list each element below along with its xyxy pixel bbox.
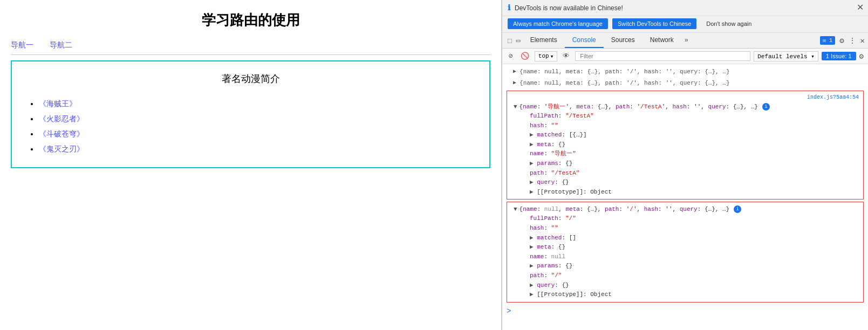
section1-toggle[interactable]: ▼ {name: '导航一', meta: {…}, path: '/TestA… (507, 101, 863, 112)
devtools-buttons-row: Always match Chrome's language Switch De… (502, 16, 868, 33)
console-prompt[interactable]: > (502, 305, 868, 318)
section1-link: index.js?5aa4:54 (807, 94, 859, 100)
section1-header-text: {name: '导航一', meta: {…}, path: '/TestA',… (520, 102, 758, 111)
chevron-down-icon: ▾ (550, 53, 554, 60)
list-item: 《海贼王》 (39, 96, 479, 111)
filter-input[interactable] (575, 51, 750, 61)
console-line-1[interactable]: ▶ {name: null, meta: {…}, path: '/', has… (502, 66, 868, 78)
log-filter-icon[interactable]: 🚫 (518, 51, 531, 61)
section2-params-toggle[interactable]: ▶ params: {} (507, 262, 863, 271)
arrow-icon: ▶ (513, 79, 516, 87)
anime-link-4[interactable]: 《鬼灭之刃》 (39, 145, 84, 153)
arrow-icon: ▶ (513, 67, 516, 75)
context-selector[interactable]: top ▾ (535, 51, 557, 61)
section2-path: path: "/" (507, 271, 863, 281)
info-badge-2: i (734, 205, 741, 213)
section1-matched-toggle[interactable]: ▶ matched: [{…}] (507, 130, 863, 140)
tab-elements[interactable]: Elements (523, 33, 565, 48)
section1-name: name: "导航一" (507, 149, 863, 159)
section2-hash: hash: "" (507, 224, 863, 233)
switch-chinese-button[interactable]: Switch DevTools to Chinese (612, 18, 696, 29)
info-icon: ℹ (508, 3, 510, 12)
devtools-tabs: ⬚ ▭ Elements Console Sources Network » ✉… (502, 33, 868, 49)
section1-params-toggle[interactable]: ▶ params: {} (507, 159, 863, 169)
console-section-red-2: ▼ {name: null, meta: {…}, path: '/', has… (507, 202, 864, 302)
section1-meta-toggle[interactable]: ▶ meta: {} (507, 140, 863, 150)
nav-links: 导航一 导航二 (11, 40, 490, 55)
menu-icon[interactable]: ⋮ (849, 36, 856, 45)
nav-link-1[interactable]: 导航一 (11, 40, 33, 50)
section1-path: path: "/TestA" (507, 169, 863, 178)
page-title: 学习路由的使用 (11, 11, 490, 30)
settings-icon[interactable]: ⚙ (839, 36, 844, 45)
section2-query-toggle[interactable]: ▶ query: {} (507, 281, 863, 291)
device-icon[interactable]: ▭ (514, 35, 523, 46)
section2-header-text: {name: null, meta: {…}, path: '/', hash:… (520, 206, 730, 212)
section2-name: name: null (507, 252, 863, 262)
dont-show-button[interactable]: Don't show again (701, 18, 757, 29)
clear-console-icon[interactable]: ⊘ (507, 51, 515, 61)
anime-link-3[interactable]: 《斗破苍穹》 (39, 129, 84, 138)
badge-icon[interactable]: ✉ 1 (820, 36, 835, 45)
section1-fullpath: fullPath: "/TestA" (507, 112, 863, 121)
tab-sources[interactable]: Sources (604, 33, 643, 48)
console-text-1: {name: null, meta: {…}, path: '/', hash:… (520, 67, 864, 77)
close-devtools-icon[interactable]: ✕ (860, 36, 865, 45)
list-item: 《斗破苍穹》 (39, 126, 479, 141)
notification-text: DevTools is now available in Chinese! (515, 4, 623, 12)
console-settings-icon[interactable]: ⚙ (859, 52, 864, 61)
inspect-icon[interactable]: ⬚ (505, 35, 514, 46)
section1-prototype-toggle[interactable]: ▶ [[Prototype]]: Object (507, 188, 863, 197)
section2-matched-toggle[interactable]: ▶ matched: [] (507, 233, 863, 243)
anime-link-1[interactable]: 《海贼王》 (39, 99, 77, 108)
console-output: ▶ {name: null, meta: {…}, path: '/', has… (502, 64, 868, 330)
issue-badge[interactable]: 1 Issue: 1 (822, 52, 856, 60)
console-line-2[interactable]: ▶ {name: null, meta: {…}, path: '/', has… (502, 78, 868, 89)
section1-query-toggle[interactable]: ▶ query: {} (507, 178, 863, 188)
content-box-title: 著名动漫简介 (23, 72, 479, 85)
tab-network[interactable]: Network (643, 33, 681, 48)
list-item: 《火影忍者》 (39, 111, 479, 126)
anime-link-2[interactable]: 《火影忍者》 (39, 114, 84, 123)
section1-hash: hash: "" (507, 121, 863, 131)
content-box: 著名动漫简介 《海贼王》 《火影忍者》 《斗破苍穹》 《鬼灭之刃》 (11, 60, 490, 168)
section2-prototype-toggle[interactable]: ▶ [[Prototype]]: Object (507, 290, 863, 300)
arrow-down-icon-2: ▼ (514, 206, 517, 212)
info-badge-1: i (762, 103, 770, 111)
context-label: top (538, 53, 549, 59)
console-text-2: {name: null, meta: {…}, path: '/', hash:… (520, 79, 864, 88)
anime-list: 《海贼王》 《火影忍者》 《斗破苍穹》 《鬼灭之刃》 (23, 96, 479, 156)
section2-fullpath: fullPath: "/" (507, 214, 863, 224)
devtools-panel: ℹ DevTools is now available in Chinese! … (502, 0, 868, 330)
more-tabs-icon[interactable]: » (681, 37, 692, 44)
always-match-button[interactable]: Always match Chrome's language (508, 18, 608, 29)
devtools-notification-bar: ℹ DevTools is now available in Chinese! … (502, 0, 868, 16)
section2-meta-toggle[interactable]: ▶ meta: {} (507, 243, 863, 252)
list-item: 《鬼灭之刃》 (39, 141, 479, 156)
default-levels-label: Default levels (757, 53, 807, 60)
section2-toggle[interactable]: ▼ {name: null, meta: {…}, path: '/', has… (507, 204, 863, 214)
console-toolbar: ⊘ 🚫 top ▾ 👁 Default levels ▾ 1 Issue: 1 … (502, 49, 868, 64)
nav-link-2[interactable]: 导航二 (50, 40, 72, 50)
eye-icon[interactable]: 👁 (561, 51, 572, 61)
arrow-down-icon: ▼ (514, 104, 517, 110)
browser-panel: 学习路由的使用 导航一 导航二 著名动漫简介 《海贼王》 《火影忍者》 《斗破苍… (0, 0, 502, 330)
chevron-down-icon-2: ▾ (811, 53, 815, 60)
close-button[interactable]: ✕ (857, 2, 864, 12)
section1-header[interactable]: index.js?5aa4:54 (507, 93, 863, 101)
tab-console[interactable]: Console (565, 33, 604, 48)
default-levels-selector[interactable]: Default levels ▾ (754, 51, 818, 61)
console-section-red-1: index.js?5aa4:54 ▼ {name: '导航一', meta: {… (507, 91, 864, 200)
